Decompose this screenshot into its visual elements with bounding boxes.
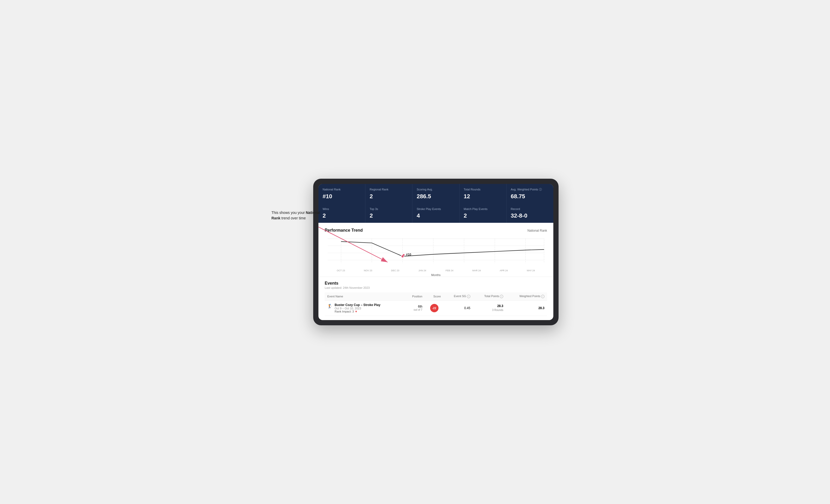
stat-total-rounds: Total Rounds 12 [459,184,506,203]
chart-container: #10 OCT 23 NOV 23 DEC 23 JAN 24 FEB 24 M… [325,236,547,272]
th-event-sg: Event SG i [443,293,473,301]
chart-svg: #10 [325,236,547,267]
th-event-name: Event Name [325,293,404,301]
annotation-text: This shows you your National Rank trend … [272,210,324,221]
tablet-screen: National Rank #10 Regional Rank 2 Scorin… [318,184,553,320]
page-wrapper: This shows you your National Rank trend … [272,179,558,325]
perf-header: Performance Trend National Rank [325,228,547,233]
events-table: Event Name Position Score Event SG i [325,293,547,316]
stat-match-play-events: Match Play Events 2 [459,203,506,223]
x-label-oct23: OCT 23 [327,269,354,272]
tablet-frame: National Rank #10 Regional Rank 2 Scorin… [313,179,558,325]
stat-scoring-avg: Scoring Avg. 286.5 [412,184,459,203]
stat-wins: Wins 2 [318,203,365,223]
th-position: Position [404,293,425,301]
stat-avg-weighted-points: Avg. Weighted Points ⓘ 68.75 [507,184,553,203]
td-event-sg: 0.45 [443,300,473,316]
x-label-nov23: NOV 23 [354,269,382,272]
x-label-may24: MAY 24 [517,269,544,272]
chart-x-labels: OCT 23 NOV 23 DEC 23 JAN 24 FEB 24 MAR 2… [325,268,547,272]
stat-top3s: Top 3s 2 [365,203,412,223]
rank-impact: Rank Impact: 3 ▼ [334,310,380,313]
events-last-updated: Last updated: 24th November 2023 [325,286,547,289]
td-event-name: 🏌️ Buster Cozy Cup – Stroke Play Oct 9 –… [325,300,404,316]
td-score: -22 [425,300,443,316]
table-row: 🏌️ Buster Cozy Cup – Stroke Play Oct 9 –… [325,300,547,316]
td-total-points: 28.3 3 Rounds [473,300,506,316]
golf-icon: 🏌️ [327,304,332,309]
stats-row-1: National Rank #10 Regional Rank 2 Scorin… [318,184,553,203]
svg-text:#10: #10 [406,253,411,257]
stat-national-rank: National Rank #10 [318,184,365,203]
stat-regional-rank: Regional Rank 2 [365,184,412,203]
event-details: Buster Cozy Cup – Stroke Play Oct 9 – Oc… [334,303,380,313]
perf-title: Performance Trend [325,228,363,233]
td-position: 6th out of 7 [404,300,425,316]
x-label-dec23: DEC 23 [382,269,409,272]
events-section: Events Last updated: 24th November 2023 … [318,277,553,320]
events-title: Events [325,281,547,285]
events-table-body: 🏌️ Buster Cozy Cup – Stroke Play Oct 9 –… [325,300,547,316]
events-table-header: Event Name Position Score Event SG i [325,293,547,301]
chart-x-axis-title: Months [325,273,547,276]
th-weighted-points: Weighted Points i [506,293,547,301]
x-label-jan24: JAN 24 [409,269,436,272]
td-weighted-points: 28.3 [506,300,547,316]
x-label-feb24: FEB 24 [436,269,463,272]
stats-row-2: Wins 2 Top 3s 2 Stroke Play Events 4 Mat… [318,203,553,223]
th-total-points: Total Points i [473,293,506,301]
rank-impact-arrow: ▼ [355,310,358,313]
svg-point-16 [403,254,405,256]
score-badge: -22 [430,304,439,312]
th-score: Score [425,293,443,301]
x-label-apr24: APR 24 [490,269,517,272]
stat-record: Record 32-8-0 [507,203,553,223]
x-label-mar24: MAR 24 [463,269,490,272]
perf-axis-label: National Rank [528,229,547,232]
performance-trend-section: Performance Trend National Rank [318,223,553,277]
stat-stroke-play-events: Stroke Play Events 4 [412,203,459,223]
